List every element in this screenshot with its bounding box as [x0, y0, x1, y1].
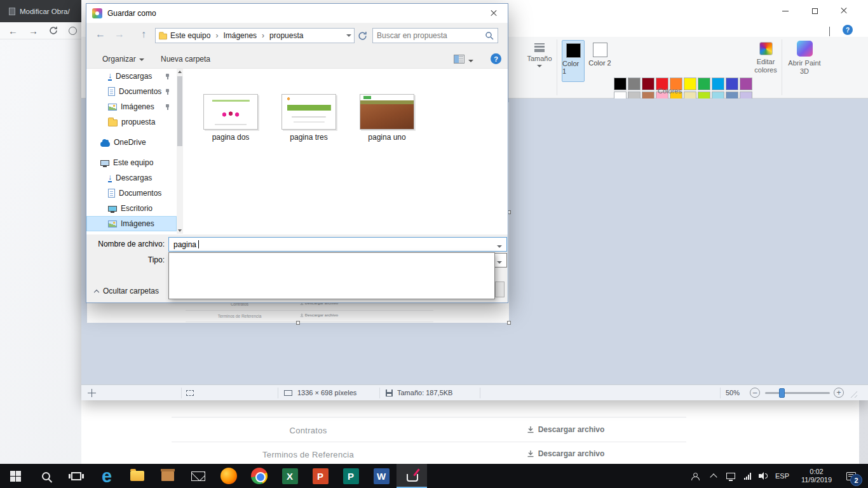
- sidebar-item-onedrive[interactable]: OneDrive: [86, 135, 177, 150]
- onedrive-icon: [100, 142, 110, 147]
- people-icon: [691, 473, 698, 480]
- color2-button[interactable]: Color 2: [588, 40, 611, 82]
- taskbar-paint[interactable]: [397, 464, 427, 488]
- collapse-ribbon-icon[interactable]: [829, 27, 830, 36]
- color2-swatch: [593, 43, 607, 57]
- tray-language-button[interactable]: ESP: [771, 464, 793, 488]
- filename-input[interactable]: pagina: [168, 237, 507, 252]
- browser-info-icon[interactable]: [69, 27, 77, 35]
- sidebar-item-imagenes[interactable]: Imágenes: [86, 99, 177, 114]
- scroll-up-icon[interactable]: [178, 71, 182, 73]
- hide-folders-button[interactable]: Ocultar carpetas: [95, 287, 159, 295]
- browser-forward-icon[interactable]: →: [29, 26, 38, 36]
- tray-network-button[interactable]: [723, 464, 738, 488]
- tray-expand-button[interactable]: [707, 464, 721, 488]
- zoom-out-button[interactable]: [750, 388, 760, 398]
- tray-people-button[interactable]: [685, 464, 704, 488]
- taskbar-firefox[interactable]: [214, 464, 244, 488]
- refresh-button[interactable]: [358, 31, 367, 43]
- edit-colors-button[interactable]: Editar colores: [752, 39, 779, 74]
- maximize-button[interactable]: [801, 0, 829, 22]
- search-input[interactable]: [377, 31, 485, 40]
- task-view-icon: [71, 472, 81, 480]
- zoom-slider[interactable]: [765, 392, 830, 394]
- sidebar-scrollbar[interactable]: [177, 69, 183, 234]
- nav-back-icon[interactable]: ←: [95, 29, 105, 39]
- breadcrumb-item-este-equipo[interactable]: Este equipo: [169, 31, 212, 40]
- taskbar-search-button[interactable]: [31, 464, 61, 488]
- size-button[interactable]: Tamaño: [525, 39, 554, 67]
- folder-icon: [130, 471, 144, 481]
- taskbar-chrome[interactable]: [244, 464, 275, 488]
- color1-button[interactable]: Color 1: [562, 40, 585, 82]
- minimize-button[interactable]: [771, 0, 799, 22]
- divider: [172, 417, 686, 417]
- signal-icon: [744, 473, 751, 480]
- resize-handle-bottom-center[interactable]: [296, 321, 300, 325]
- task-view-button[interactable]: [61, 464, 92, 488]
- breadcrumb-item-imagenes[interactable]: Imágenes: [222, 31, 258, 40]
- type-dropdown-icon[interactable]: [497, 261, 502, 264]
- resize-grip[interactable]: [849, 390, 857, 398]
- address-dropdown-icon[interactable]: [346, 34, 351, 37]
- nav-forward-icon[interactable]: →: [114, 29, 125, 39]
- close-button[interactable]: [830, 0, 858, 22]
- view-dropdown-icon[interactable]: [468, 60, 473, 62]
- dialog-titlebar[interactable]: Guardar como: [86, 4, 508, 23]
- dialog-close-button[interactable]: [479, 4, 508, 23]
- sidebar-item-descargas-2[interactable]: Descargas: [86, 170, 177, 186]
- browser-refresh-icon[interactable]: [49, 26, 58, 35]
- download-link[interactable]: Descargar archivo: [502, 449, 629, 458]
- taskbar-publisher[interactable]: [336, 464, 366, 488]
- file-item[interactable]: pagina tres: [278, 94, 339, 142]
- nav-up-icon[interactable]: ↑: [141, 29, 146, 39]
- open-paint3d-button[interactable]: Abrir Paint 3D: [787, 39, 822, 76]
- type-dropdown-panel[interactable]: [168, 252, 495, 299]
- scroll-down-icon[interactable]: [178, 229, 182, 232]
- resize-handle-bottom-right[interactable]: [507, 321, 511, 325]
- tray-volume-button[interactable]: [756, 464, 771, 488]
- zoom-in-button[interactable]: [834, 388, 844, 398]
- taskbar-store[interactable]: [153, 464, 183, 488]
- file-item[interactable]: pagina uno: [356, 94, 417, 142]
- file-label: pagina uno: [356, 133, 417, 142]
- dialog-help-button[interactable]: [491, 53, 501, 64]
- clock-time: 0:02: [810, 468, 823, 476]
- file-item[interactable]: pagina dos: [200, 94, 261, 142]
- paint-help-button[interactable]: [843, 25, 853, 35]
- sidebar-item-documentos[interactable]: Documentos: [86, 84, 177, 99]
- sidebar-item-documentos-2[interactable]: Documentos: [86, 186, 177, 201]
- organize-button[interactable]: Organizar: [102, 55, 144, 64]
- download-link[interactable]: Descargar archivo: [502, 425, 629, 434]
- sidebar-item-imagenes-2[interactable]: Imágenes: [86, 216, 177, 231]
- taskbar-mail[interactable]: [183, 464, 214, 488]
- taskbar-powerpoint[interactable]: [305, 464, 336, 488]
- new-folder-button[interactable]: Nueva carpeta: [161, 55, 210, 64]
- filename-dropdown-icon[interactable]: [497, 245, 502, 248]
- search-box[interactable]: [372, 28, 498, 43]
- start-button[interactable]: [0, 464, 31, 488]
- taskbar-file-explorer[interactable]: [122, 464, 153, 488]
- pin-icon: [165, 88, 170, 95]
- tray-clock[interactable]: 0:02 11/9/2019: [793, 464, 840, 488]
- tab-title: Modificar Obra/: [20, 8, 70, 15]
- breadcrumb-item-propuesta[interactable]: propuesta: [268, 31, 304, 40]
- taskbar-edge[interactable]: [92, 464, 122, 488]
- search-icon[interactable]: [485, 31, 494, 40]
- zoom-slider-thumb[interactable]: [779, 388, 785, 398]
- sidebar-item-escritorio[interactable]: Escritorio: [86, 201, 177, 216]
- scroll-thumb[interactable]: [177, 76, 182, 146]
- taskbar-excel[interactable]: [275, 464, 305, 488]
- sidebar-item-propuesta[interactable]: propuesta: [86, 114, 177, 130]
- cancel-button-fragment[interactable]: [495, 281, 505, 297]
- taskbar-word[interactable]: [366, 464, 397, 488]
- tray-signal-button[interactable]: [740, 464, 755, 488]
- browser-back-icon[interactable]: ←: [8, 26, 18, 36]
- sidebar-item-descargas[interactable]: Descargas: [86, 69, 177, 84]
- address-bar[interactable]: Este equipo Imágenes propuesta: [155, 28, 355, 43]
- downloads-icon: [108, 72, 112, 81]
- browser-tab[interactable]: Modificar Obra/: [0, 8, 70, 15]
- sidebar-item-este-equipo[interactable]: Este equipo: [86, 155, 177, 170]
- view-toggle-icon[interactable]: [454, 55, 465, 64]
- pictures-icon: [108, 220, 117, 227]
